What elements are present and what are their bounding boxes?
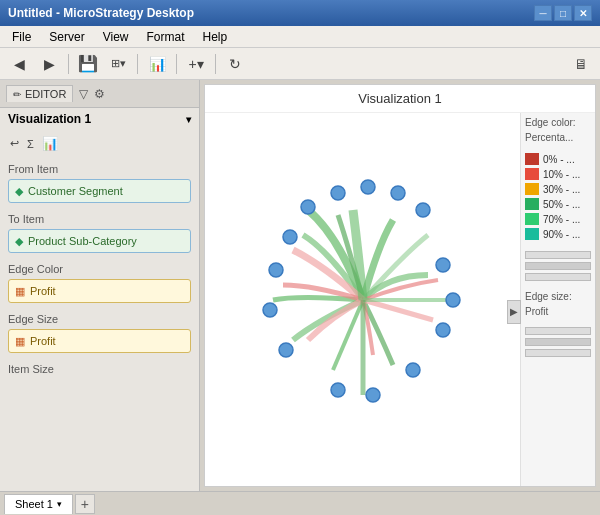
editor-icon: ✏ [13,89,21,100]
from-item-value: Customer Segment [28,185,123,197]
to-item-value: Product Sub-Category [28,235,137,247]
item-size-label: Item Size [8,363,191,375]
node-4 [391,186,405,200]
window-controls: ─ □ ✕ [534,5,592,21]
node-9 [406,363,420,377]
dimension-icon-2: ◆ [15,235,23,248]
legend-item-0percent: 0% - ... [525,153,591,165]
legend-edge-color-sublabel: Percenta... [525,132,591,143]
metric-icon-2: ▦ [15,335,25,348]
node-2 [331,186,345,200]
edge-color-label: Edge Color [8,263,191,275]
toolbar-separator-2 [137,54,138,74]
legend-label-30: 30% - ... [543,184,580,195]
node-6 [436,258,450,272]
legend-color-90 [525,228,539,240]
toolbar-separator-4 [215,54,216,74]
editor-tab-label: EDITOR [25,88,66,100]
item-size-section: Item Size [0,357,199,383]
panel-collapse-arrow[interactable]: ▾ [186,114,191,125]
to-item-section: To Item ◆ Product Sub-Category [0,207,199,257]
legend-scroll-bot[interactable] [525,273,591,281]
legend-label-10: 10% - ... [543,169,580,180]
save-button[interactable]: 💾 [75,52,101,76]
filter-tab[interactable]: ▽ [79,87,88,101]
to-item-dropzone[interactable]: ◆ Product Sub-Category [8,229,191,253]
legend-edge-size-sublabel: Profit [525,306,591,317]
edge-color-dropzone[interactable]: ▦ Profit [8,279,191,303]
node-15 [283,230,297,244]
back-button[interactable]: ◀ [6,52,32,76]
editor-tab[interactable]: ✏ EDITOR [6,85,73,102]
legend-scroll-top[interactable] [525,251,591,259]
menu-bar: File Server View Format Help [0,26,600,48]
legend-scroll-mid[interactable] [525,262,591,270]
to-item-label: To Item [8,213,191,225]
title-bar: Untitled - MicroStrategy Desktop ─ □ ✕ [0,0,600,26]
edge-size-label: Edge Size [8,313,191,325]
edge-size-dropzone[interactable]: ▦ Profit [8,329,191,353]
menu-file[interactable]: File [4,28,39,46]
node-10 [366,388,380,402]
legend-edge-size-title: Edge size: [525,291,591,302]
sum-button[interactable]: Σ [25,134,36,153]
legend-panel: ▶ Edge color: Percenta... 0% - ... 10% -… [520,113,595,486]
sheet-tab-1[interactable]: Sheet 1 ▾ [4,494,73,514]
edge-color-section: Edge Color ▦ Profit [0,257,199,307]
legend-item-70percent: 70% - ... [525,213,591,225]
sheet-tab-arrow: ▾ [57,499,62,509]
viz-area: Visualization 1 [204,84,596,487]
edge-color-value: Profit [30,285,56,297]
window-title: Untitled - MicroStrategy Desktop [8,6,194,20]
tools-button[interactable]: 🖥 [568,52,594,76]
undo-button[interactable]: ↩ [8,134,21,153]
menu-server[interactable]: Server [41,28,92,46]
edge-size-section: Edge Size ▦ Profit [0,307,199,357]
viz-type-button[interactable]: 📊 [40,134,60,153]
legend-color-30 [525,183,539,195]
from-item-dropzone[interactable]: ◆ Customer Segment [8,179,191,203]
legend-item-30percent: 30% - ... [525,183,591,195]
viz-title: Visualization 1 [205,85,595,113]
size-scroll-mid[interactable] [525,338,591,346]
legend-color-0 [525,153,539,165]
panel-header: Visualization 1 ▾ [0,108,199,130]
chart-button[interactable]: 📊 [144,52,170,76]
node-12 [279,343,293,357]
node-1 [301,200,315,214]
bottom-bar: Sheet 1 ▾ + [0,491,600,515]
panel-tabs: ✏ EDITOR ▽ ⚙ [0,80,199,108]
legend-collapse-button[interactable]: ▶ [507,300,521,324]
panel-title: Visualization 1 [8,112,91,126]
left-panel: ✏ EDITOR ▽ ⚙ Visualization 1 ▾ ↩ Σ 📊 Fro… [0,80,200,491]
menu-format[interactable]: Format [138,28,192,46]
legend-color-50 [525,198,539,210]
viz-content: ▶ Edge color: Percenta... 0% - ... 10% -… [205,113,595,486]
size-scroll-top[interactable] [525,327,591,335]
add-button[interactable]: +▾ [183,52,209,76]
add-sheet-button[interactable]: + [75,494,95,514]
dimension-icon-1: ◆ [15,185,23,198]
size-scroll-bot[interactable] [525,349,591,357]
grid-button[interactable]: ⊞▾ [105,52,131,76]
refresh-button[interactable]: ↻ [222,52,248,76]
minimize-button[interactable]: ─ [534,5,552,21]
toolbar-separator-1 [68,54,69,74]
forward-button[interactable]: ▶ [36,52,62,76]
close-button[interactable]: ✕ [574,5,592,21]
node-3 [361,180,375,194]
maximize-button[interactable]: □ [554,5,572,21]
node-8 [436,323,450,337]
legend-color-10 [525,168,539,180]
metric-icon-1: ▦ [15,285,25,298]
legend-edge-color-title: Edge color: [525,117,591,128]
toolbar: ◀ ▶ 💾 ⊞▾ 📊 +▾ ↻ 🖥 [0,48,600,80]
main-area: ✏ EDITOR ▽ ⚙ Visualization 1 ▾ ↩ Σ 📊 Fro… [0,80,600,491]
sheet-1-label: Sheet 1 [15,498,53,510]
menu-view[interactable]: View [95,28,137,46]
panel-actions: ↩ Σ 📊 [0,130,199,157]
settings-tab[interactable]: ⚙ [94,87,105,101]
from-item-section: From Item ◆ Customer Segment [0,157,199,207]
edge-size-value: Profit [30,335,56,347]
menu-help[interactable]: Help [195,28,236,46]
